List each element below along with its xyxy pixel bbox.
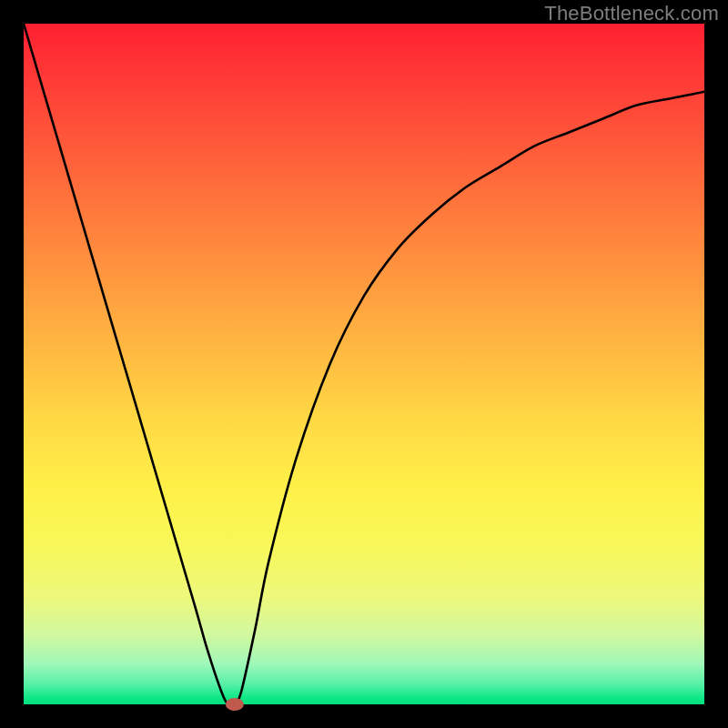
- chart-plot-area: [24, 24, 704, 704]
- chart-svg: [24, 24, 704, 704]
- optimal-point-marker: [226, 698, 244, 711]
- chart-frame: TheBottleneck.com: [0, 0, 728, 728]
- watermark-text: TheBottleneck.com: [544, 2, 719, 25]
- bottleneck-curve: [24, 24, 704, 706]
